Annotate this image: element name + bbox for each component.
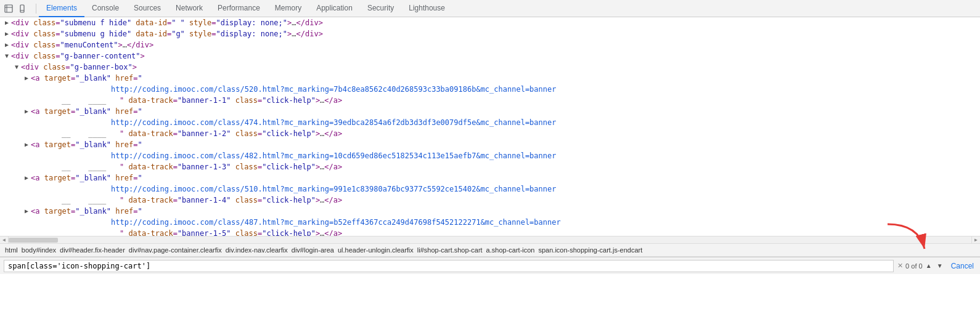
breadcrumb-header[interactable]: div#header.fix-header xyxy=(59,246,126,254)
mobile-icon[interactable] xyxy=(16,2,28,15)
collapse-arrow[interactable]: ▼ xyxy=(5,50,11,62)
tab-performance[interactable]: Performance xyxy=(210,0,267,17)
collapse-arrow[interactable]: ▶ xyxy=(5,39,11,50)
collapse-arrow[interactable]: ▶ xyxy=(25,73,31,84)
dom-line[interactable]: ▼ <div class="g-banner-box"> xyxy=(0,62,980,73)
toolbar-icons xyxy=(2,2,28,15)
url-link[interactable]: http://coding.imooc.com/class/482.html?m… xyxy=(111,151,556,160)
dom-content: ▶ <div class="submenu f hide" data-id=" … xyxy=(0,17,980,243)
collapse-arrow[interactable]: ▶ xyxy=(25,172,31,184)
breadcrumb-body[interactable]: body#index xyxy=(20,246,57,254)
collapse-arrow[interactable]: ▶ xyxy=(5,28,11,39)
breadcrumb-bar: html body#index div#header.fix-header di… xyxy=(0,243,980,257)
dom-line[interactable]: ▶ <a target="_blank" href=" xyxy=(0,206,980,217)
tab-application[interactable]: Application xyxy=(309,0,360,17)
url-link[interactable]: http://coding.imooc.com/class/487.html?m… xyxy=(111,218,561,227)
tab-list: Elements Console Sources Network Perform… xyxy=(39,0,978,17)
tab-security[interactable]: Security xyxy=(360,0,401,17)
collapse-arrow[interactable]: ▶ xyxy=(25,106,31,117)
close-search-icon[interactable]: ✕ xyxy=(897,262,903,270)
dom-line[interactable]: ▶ <a target="_blank" href=" xyxy=(0,139,980,150)
dom-line[interactable]: http://coding.imooc.com/class/474.html?m… xyxy=(0,117,980,128)
toolbar-divider xyxy=(36,4,36,14)
svg-rect-0 xyxy=(5,5,12,12)
devtools-toolbar: Elements Console Sources Network Perform… xyxy=(0,0,980,17)
breadcrumb-shop-cart-icon[interactable]: a.shop-cart-icon xyxy=(485,246,536,254)
tab-lighthouse[interactable]: Lighthouse xyxy=(401,0,452,17)
dom-line[interactable]: __ ____ " data-track="banner-1-2" class=… xyxy=(0,128,980,139)
collapse-arrow[interactable]: ▼ xyxy=(15,62,21,73)
dom-line[interactable]: ▶ <div class="menuContent">…</div> xyxy=(0,39,980,50)
dom-line[interactable]: http://coding.imooc.com/class/510.html?m… xyxy=(0,184,980,195)
search-bar: ✕ 0 of 0 ▲ ▼ Cancel xyxy=(0,257,980,274)
breadcrumb-header-unlogin[interactable]: ul.header-unlogin.clearfix xyxy=(337,246,415,254)
search-count: 0 of 0 xyxy=(905,262,923,270)
search-results: ✕ 0 of 0 ▲ ▼ xyxy=(897,261,945,271)
dom-line[interactable]: ▶ <div class="submenu f hide" data-id=" … xyxy=(0,17,980,28)
breadcrumb-icon-shopping-cart[interactable]: span.icon-shopping-cart.js-endcart xyxy=(537,246,643,254)
dom-line[interactable]: __ ____ " data-track="banner-1-3" class=… xyxy=(0,161,980,172)
dom-line[interactable]: http://coding.imooc.com/class/520.html?m… xyxy=(0,84,980,95)
dom-line[interactable]: __ ____ " data-track="banner-1-1" class=… xyxy=(0,95,980,106)
dom-line[interactable]: ▶ <a target="_blank" href=" xyxy=(0,73,980,84)
cursor-icon[interactable] xyxy=(2,2,15,15)
cancel-button[interactable]: Cancel xyxy=(949,262,976,270)
svg-rect-3 xyxy=(20,5,24,12)
collapse-arrow[interactable]: ▶ xyxy=(25,206,31,217)
search-container: ✕ 0 of 0 ▲ ▼ Cancel xyxy=(0,257,980,274)
tab-console[interactable]: Console xyxy=(84,0,126,17)
breadcrumb-html[interactable]: html xyxy=(4,246,19,254)
tab-memory[interactable]: Memory xyxy=(267,0,309,17)
dom-line[interactable]: ▶ <a target="_blank" href=" xyxy=(0,172,980,184)
dom-line[interactable]: http://coding.imooc.com/class/482.html?m… xyxy=(0,150,980,161)
url-link[interactable]: http://coding.imooc.com/class/520.html?m… xyxy=(111,85,556,94)
tab-network[interactable]: Network xyxy=(168,0,210,17)
dom-line[interactable]: http://coding.imooc.com/class/487.html?m… xyxy=(0,217,980,228)
tab-sources[interactable]: Sources xyxy=(126,0,168,17)
dom-line[interactable]: __ ____ " data-track="banner-1-4" class=… xyxy=(0,195,980,206)
url-link[interactable]: http://coding.imooc.com/class/474.html?m… xyxy=(111,118,556,127)
breadcrumb-nav[interactable]: div#nav.page-container.clearfix xyxy=(128,246,223,254)
dom-line[interactable]: ▶ <div class="submenu g hide" data-id="g… xyxy=(0,28,980,39)
collapse-arrow[interactable]: ▶ xyxy=(25,139,31,150)
breadcrumb-index-nav[interactable]: div.index-nav.clearfix xyxy=(224,246,289,254)
url-link[interactable]: http://coding.imooc.com/class/510.html?m… xyxy=(111,185,556,193)
breadcrumb-login-area[interactable]: div#login-area xyxy=(290,246,335,254)
tab-elements[interactable]: Elements xyxy=(39,0,84,17)
dom-line[interactable]: ▼ <div class="g-banner-content"> xyxy=(0,50,980,62)
search-input[interactable] xyxy=(4,260,894,272)
search-next-button[interactable]: ▼ xyxy=(935,261,945,271)
collapse-arrow[interactable]: ▶ xyxy=(5,17,11,28)
breadcrumb-shop-cart[interactable]: li#shop-cart.shop-cart xyxy=(416,246,484,254)
search-prev-button[interactable]: ▲ xyxy=(924,261,934,271)
dom-line[interactable]: ▶ <a target="_blank" href=" xyxy=(0,106,980,117)
